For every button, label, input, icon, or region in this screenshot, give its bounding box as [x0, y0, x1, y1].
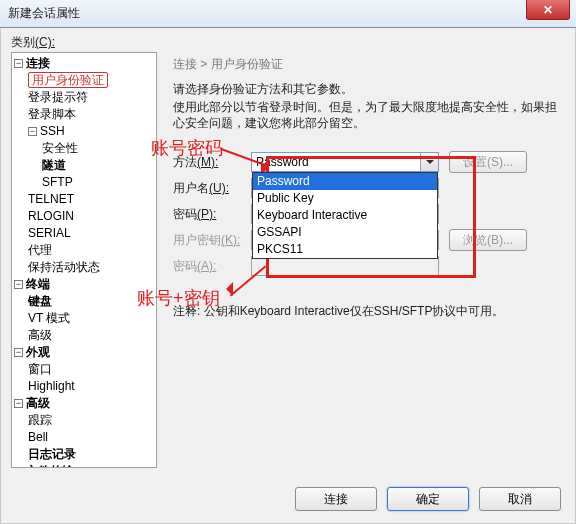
- method-option[interactable]: Keyboard Interactive: [253, 207, 437, 224]
- method-label: 方法(M):: [173, 154, 251, 171]
- password-label: 密码(P):: [173, 206, 251, 223]
- tree-item-security[interactable]: 安全性: [42, 140, 156, 157]
- tree-item-sftp[interactable]: SFTP: [42, 174, 156, 191]
- dialog-body: 类别(C): −连接 用户身份验证 登录提示符 登录脚本 −SSH 安全性 隧道…: [0, 28, 576, 524]
- method-option[interactable]: GSSAPI: [253, 224, 437, 241]
- tree-item-vt[interactable]: VT 模式: [28, 310, 156, 327]
- browse-button[interactable]: 浏览(B)...: [449, 229, 527, 251]
- tree-item-bell[interactable]: Bell: [28, 429, 156, 446]
- tree-item-connection[interactable]: −连接 用户身份验证 登录提示符 登录脚本 −SSH 安全性 隧道 SFTP T…: [14, 55, 156, 276]
- method-combobox[interactable]: Password PasswordPublic KeyKeyboard Inte…: [251, 152, 439, 172]
- tree-item-filetrans[interactable]: −文件传输 X/YMODEM ZMODEM: [14, 463, 156, 468]
- settings-panel: 连接 > 用户身份验证 请选择身份验证方法和其它参数。 使用此部分以节省登录时间…: [167, 52, 565, 468]
- collapse-icon[interactable]: −: [14, 348, 23, 357]
- title-bar: 新建会话属性 ✕: [0, 0, 576, 28]
- button-bar: 连接 确定 取消: [295, 487, 561, 511]
- tree-item-auth[interactable]: 用户身份验证: [28, 72, 156, 89]
- method-option[interactable]: PKCS11: [253, 241, 437, 258]
- chevron-down-icon[interactable]: [420, 153, 438, 171]
- tree-item-highlight[interactable]: Highlight: [28, 378, 156, 395]
- tree-item-log[interactable]: 日志记录: [28, 446, 156, 463]
- collapse-icon[interactable]: −: [14, 280, 23, 289]
- tree-item-appearance[interactable]: −外观 窗口 Highlight: [14, 344, 156, 395]
- method-value: Password: [256, 155, 309, 169]
- tree-item-terminal[interactable]: −终端 键盘 VT 模式 高级: [14, 276, 156, 344]
- collapse-icon[interactable]: −: [14, 59, 23, 68]
- category-tree[interactable]: −连接 用户身份验证 登录提示符 登录脚本 −SSH 安全性 隧道 SFTP T…: [11, 52, 157, 468]
- connect-button[interactable]: 连接: [295, 487, 377, 511]
- collapse-icon[interactable]: −: [14, 399, 23, 408]
- close-icon: ✕: [543, 3, 553, 17]
- tree-item-script[interactable]: 登录脚本: [28, 106, 156, 123]
- note-text: 注释: 公钥和Keyboard Interactive仅在SSH/SFTP协议中…: [173, 303, 559, 320]
- tree-item-ssh[interactable]: −SSH 安全性 隧道 SFTP: [28, 123, 156, 191]
- tree-item-trace[interactable]: 跟踪: [28, 412, 156, 429]
- tree-item-proxy[interactable]: 代理: [28, 242, 156, 259]
- collapse-icon[interactable]: −: [28, 127, 37, 136]
- collapse-icon[interactable]: −: [14, 467, 23, 468]
- tree-item-keepalive[interactable]: 保持活动状态: [28, 259, 156, 276]
- close-button[interactable]: ✕: [526, 0, 570, 20]
- userkey-label: 用户密钥(K):: [173, 232, 251, 249]
- tree-item-serial[interactable]: SERIAL: [28, 225, 156, 242]
- description-1: 请选择身份验证方法和其它参数。: [173, 81, 559, 97]
- tree-item-window[interactable]: 窗口: [28, 361, 156, 378]
- method-option[interactable]: Password: [253, 173, 437, 190]
- password2-input: [251, 256, 439, 276]
- tree-item-tunnel[interactable]: 隧道: [42, 157, 156, 174]
- category-label: 类别(C):: [11, 34, 55, 51]
- description-2: 使用此部分以节省登录时间。但是，为了最大限度地提高安全性，如果担心安全问题，建议…: [173, 99, 559, 131]
- method-option[interactable]: Public Key: [253, 190, 437, 207]
- password2-label: 密码(A):: [173, 258, 251, 275]
- breadcrumb: 连接 > 用户身份验证: [173, 56, 565, 73]
- settings-button[interactable]: 设置(S)...: [449, 151, 527, 173]
- tree-item-keyboard[interactable]: 键盘: [28, 293, 156, 310]
- tree-item-adv[interactable]: 高级: [28, 327, 156, 344]
- tree-item-advanced[interactable]: −高级 跟踪 Bell 日志记录: [14, 395, 156, 463]
- auth-form: 方法(M): Password PasswordPublic KeyKeyboa…: [167, 149, 565, 279]
- method-dropdown[interactable]: PasswordPublic KeyKeyboard InteractiveGS…: [252, 172, 438, 259]
- cancel-button[interactable]: 取消: [479, 487, 561, 511]
- username-label: 用户名(U):: [173, 180, 251, 197]
- tree-item-rlogin[interactable]: RLOGIN: [28, 208, 156, 225]
- tree-item-prompt[interactable]: 登录提示符: [28, 89, 156, 106]
- window-title: 新建会话属性: [8, 5, 80, 22]
- tree-item-telnet[interactable]: TELNET: [28, 191, 156, 208]
- ok-button[interactable]: 确定: [387, 487, 469, 511]
